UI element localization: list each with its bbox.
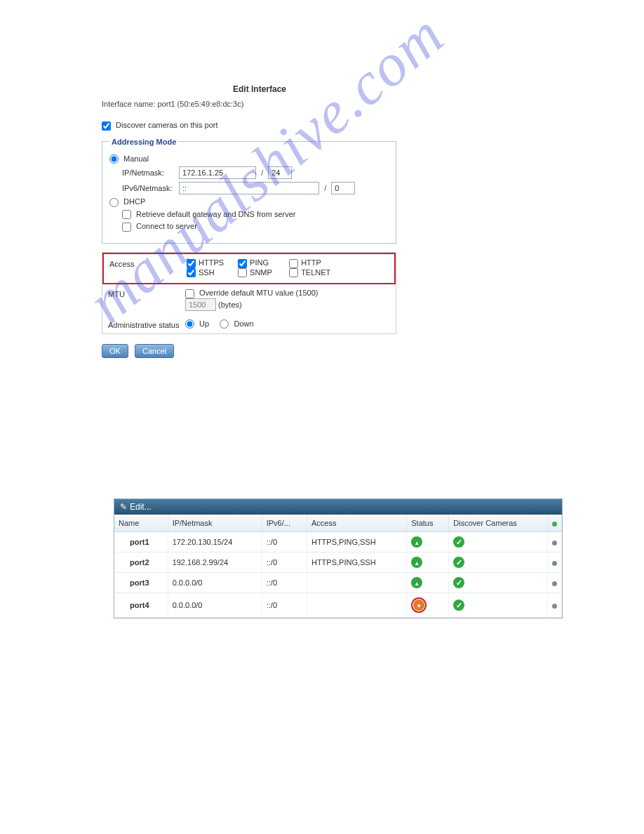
col-name[interactable]: Name bbox=[114, 515, 168, 532]
discover-yes-icon bbox=[453, 600, 464, 611]
table-row[interactable]: port1172.20.130.15/24::/0HTTPS,PING,SSH bbox=[114, 532, 562, 552]
cell-discover bbox=[449, 552, 548, 573]
col-ip6[interactable]: IPv6/... bbox=[262, 515, 307, 532]
admin-down-radio[interactable] bbox=[220, 319, 229, 329]
access-telnet-label: TELNET bbox=[301, 268, 330, 277]
status-up-icon bbox=[411, 557, 422, 568]
cell-status bbox=[407, 593, 449, 618]
table-row[interactable]: port30.0.0.0/0::/0 bbox=[114, 573, 562, 593]
status-up-icon bbox=[411, 536, 422, 548]
access-label: Access bbox=[109, 258, 187, 277]
mtu-label: MTU bbox=[108, 289, 185, 311]
mode-manual-radio[interactable] bbox=[109, 154, 119, 164]
cell-status bbox=[407, 552, 449, 573]
ip-slash: / bbox=[261, 168, 263, 177]
cell-discover bbox=[449, 532, 548, 552]
ok-button[interactable]: OK bbox=[102, 344, 128, 358]
ip6-mask-input[interactable] bbox=[331, 182, 355, 194]
row-dot-icon bbox=[552, 561, 557, 566]
cell-ip: 0.0.0.0/0 bbox=[168, 573, 262, 593]
row-dot-icon bbox=[552, 581, 557, 586]
col-access[interactable]: Access bbox=[307, 515, 406, 532]
col-discover[interactable]: Discover Cameras bbox=[449, 515, 548, 532]
admin-down-label: Down bbox=[234, 319, 253, 328]
discover-yes-icon bbox=[453, 577, 464, 588]
mtu-override-label: Override default MTU value (1500) bbox=[199, 289, 318, 297]
discover-cameras-checkbox[interactable] bbox=[102, 121, 111, 131]
edit-button[interactable]: Edit... bbox=[130, 502, 152, 512]
mtu-input bbox=[185, 298, 216, 311]
admin-up-radio[interactable] bbox=[185, 319, 194, 329]
col-refresh[interactable] bbox=[548, 515, 562, 532]
addressing-mode-legend: Addressing Mode bbox=[109, 138, 178, 146]
table-toolbar: ✎ Edit... bbox=[114, 499, 562, 515]
cell-status bbox=[407, 532, 449, 552]
cell-dot bbox=[548, 593, 562, 618]
admin-status-label: Administrative status bbox=[108, 319, 185, 329]
access-ssh-label: SSH bbox=[199, 268, 215, 277]
table-row[interactable]: port2192.168.2.99/24::/0HTTPS,PING,SSH bbox=[114, 552, 562, 573]
row-dot-icon bbox=[552, 541, 557, 545]
col-ip[interactable]: IP/Netmask bbox=[168, 515, 262, 532]
mode-dhcp-radio[interactable] bbox=[109, 198, 119, 207]
cell-discover bbox=[449, 573, 548, 593]
ip-label: IP/Netmask: bbox=[122, 168, 177, 177]
admin-up-label: Up bbox=[199, 319, 209, 328]
cell-ip6: ::/0 bbox=[262, 532, 307, 552]
access-snmp-label: SNMP bbox=[250, 268, 272, 277]
cell-access: HTTPS,PING,SSH bbox=[307, 552, 406, 573]
cell-dot bbox=[548, 532, 562, 552]
cell-name: port1 bbox=[114, 532, 168, 552]
cell-ip: 0.0.0.0/0 bbox=[168, 593, 262, 618]
dhcp-retrieve-label: Retrieve default gateway and DNS from se… bbox=[136, 210, 295, 218]
mtu-unit: (bytes) bbox=[218, 300, 242, 309]
cell-dot bbox=[548, 552, 562, 573]
dhcp-retrieve-checkbox[interactable] bbox=[122, 210, 131, 219]
ip-mask-input[interactable] bbox=[268, 166, 292, 179]
discover-yes-icon bbox=[453, 536, 464, 548]
access-ping-label: PING bbox=[250, 258, 269, 267]
cell-ip6: ::/0 bbox=[262, 552, 307, 573]
interface-table: Name IP/Netmask IPv6/... Access Status D… bbox=[114, 515, 562, 618]
access-http-checkbox[interactable] bbox=[289, 259, 298, 268]
interface-name: Interface name: port1 (50:e5:49:e8:dc:3c… bbox=[102, 100, 417, 108]
edit-icon: ✎ bbox=[120, 502, 127, 512]
access-snmp-checkbox[interactable] bbox=[238, 268, 247, 277]
mode-dhcp-label: DHCP bbox=[123, 197, 145, 206]
dhcp-connect-label: Connect to server bbox=[136, 222, 197, 230]
discover-yes-icon bbox=[453, 557, 464, 568]
cell-access bbox=[307, 573, 406, 593]
ip6-input[interactable] bbox=[179, 182, 319, 194]
row-dot-icon bbox=[552, 604, 557, 609]
cell-dot bbox=[548, 573, 562, 593]
access-https-checkbox[interactable] bbox=[187, 259, 196, 268]
access-ssh-checkbox[interactable] bbox=[187, 268, 196, 277]
addressing-mode-fieldset: Addressing Mode Manual IP/Netmask: / IPv… bbox=[102, 138, 396, 244]
access-section: Access HTTPS PING HTTP SSH SNMP TELNET bbox=[102, 253, 396, 284]
cell-ip: 172.20.130.15/24 bbox=[168, 532, 262, 552]
dhcp-connect-checkbox[interactable] bbox=[122, 223, 131, 232]
access-ping-checkbox[interactable] bbox=[238, 259, 247, 268]
access-telnet-checkbox[interactable] bbox=[289, 268, 298, 277]
cell-ip: 192.168.2.99/24 bbox=[168, 552, 262, 573]
cell-name: port3 bbox=[114, 573, 168, 593]
settings-box: Access HTTPS PING HTTP SSH SNMP TELNET M… bbox=[102, 252, 396, 334]
cell-status bbox=[407, 573, 449, 593]
table-row[interactable]: port40.0.0.0/0::/0 bbox=[114, 593, 562, 618]
mtu-override-checkbox[interactable] bbox=[185, 289, 194, 298]
mode-manual-label: Manual bbox=[123, 154, 149, 163]
access-https-label: HTTPS bbox=[199, 258, 224, 267]
status-down-icon bbox=[413, 600, 424, 611]
cell-access: HTTPS,PING,SSH bbox=[307, 532, 406, 552]
cancel-button[interactable]: Cancel bbox=[135, 344, 174, 358]
access-http-label: HTTP bbox=[301, 258, 321, 267]
discover-cameras-label: Discover cameras on this port bbox=[116, 121, 218, 129]
cell-access bbox=[307, 593, 406, 618]
cell-name: port4 bbox=[114, 593, 168, 618]
ip-input[interactable] bbox=[179, 166, 256, 179]
page-title: Edit Interface bbox=[102, 84, 417, 94]
col-status[interactable]: Status bbox=[407, 515, 449, 532]
refresh-icon bbox=[552, 522, 557, 527]
cell-ip6: ::/0 bbox=[262, 573, 307, 593]
ip6-label: IPv6/Netmask: bbox=[122, 184, 177, 192]
